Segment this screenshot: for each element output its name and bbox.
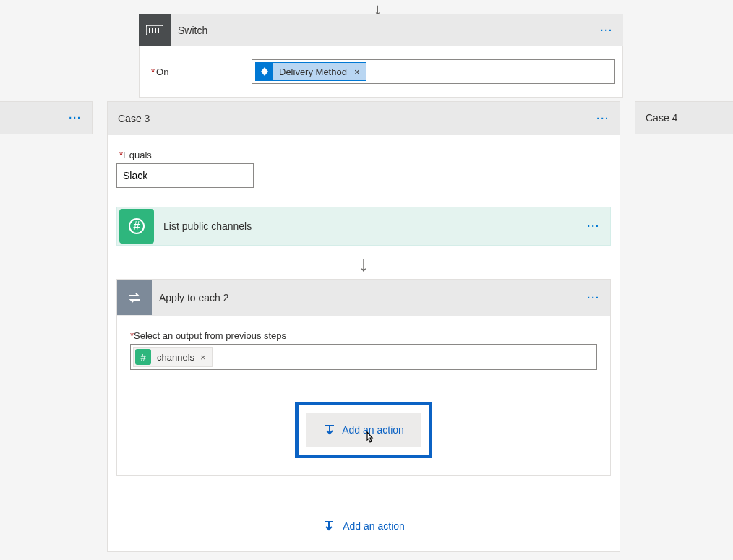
apply-body: *Select an output from previous steps # … <box>117 316 610 475</box>
case3-container: Case 3 ··· *Equals # List public channel… <box>107 101 620 552</box>
svg-rect-9 <box>325 521 333 522</box>
select-output-label: *Select an output from previous steps <box>130 330 597 341</box>
case3-menu-button[interactable]: ··· <box>586 113 620 124</box>
svg-rect-2 <box>152 28 153 33</box>
apply-header[interactable]: Apply to each 2 ··· <box>117 280 610 316</box>
slack-channels-icon: # <box>135 349 151 365</box>
equals-label-text: Equals <box>123 150 152 160</box>
channels-token-label: channels <box>157 352 194 363</box>
select-output-input[interactable]: # channels × <box>130 344 597 370</box>
switch-icon <box>139 14 171 46</box>
on-input[interactable]: Delivery Method × <box>252 59 615 84</box>
select-output-label-text: Select an output from previous steps <box>134 330 286 341</box>
case-left-partial: ··· <box>0 101 93 134</box>
switch-title: Switch <box>171 25 590 36</box>
case3-title: Case 3 <box>118 113 586 124</box>
equals-label: *Equals <box>119 150 611 160</box>
dynamic-content-icon <box>256 63 273 80</box>
slack-action-menu-button[interactable]: ··· <box>577 220 610 232</box>
add-action-icon <box>322 520 335 533</box>
on-label: *On <box>147 66 252 77</box>
case-left-menu-button[interactable]: ··· <box>59 112 92 124</box>
add-action-highlight: Add an action <box>295 402 432 458</box>
on-label-text: On <box>156 66 168 77</box>
case4-title: Case 4 <box>646 112 677 124</box>
case3-header[interactable]: Case 3 ··· <box>108 102 620 135</box>
channels-token[interactable]: # channels × <box>133 347 213 367</box>
svg-rect-3 <box>155 28 156 33</box>
switch-menu-button[interactable]: ··· <box>590 25 623 36</box>
switch-body: *On Delivery Method × <box>139 46 623 98</box>
add-action-label-outer: Add an action <box>343 520 405 532</box>
slack-action-title: List public channels <box>156 220 577 232</box>
token-remove-icon[interactable]: × <box>354 66 360 77</box>
add-action-label-inner: Add an action <box>342 424 404 436</box>
apply-title: Apply to each 2 <box>152 292 577 303</box>
add-action-button-outer[interactable]: Add an action <box>116 520 611 533</box>
apply-to-each-card: Apply to each 2 ··· *Select an output fr… <box>116 279 611 476</box>
loop-icon <box>117 280 152 315</box>
switch-header[interactable]: Switch ··· <box>139 14 623 46</box>
svg-rect-4 <box>158 28 159 33</box>
svg-rect-7 <box>325 425 334 426</box>
apply-menu-button[interactable]: ··· <box>577 292 610 303</box>
svg-text:#: # <box>134 220 140 232</box>
case4-header[interactable]: Case 4 <box>635 101 733 134</box>
equals-input[interactable] <box>116 163 254 188</box>
token-remove-icon[interactable]: × <box>200 352 206 363</box>
switch-card: Switch ··· *On Delivery Method × <box>139 14 623 98</box>
delivery-method-token[interactable]: Delivery Method × <box>255 62 366 81</box>
svg-rect-1 <box>149 28 150 33</box>
token-label: Delivery Method <box>279 66 347 77</box>
case3-body: *Equals # List public channels ··· ↓ App… <box>108 135 620 551</box>
add-action-icon <box>323 423 336 436</box>
slack-icon: # <box>119 209 154 244</box>
list-channels-action[interactable]: # List public channels ··· <box>116 207 611 246</box>
arrow-down-icon: ↓ <box>116 253 611 275</box>
add-action-button-inner[interactable]: Add an action <box>306 413 421 447</box>
